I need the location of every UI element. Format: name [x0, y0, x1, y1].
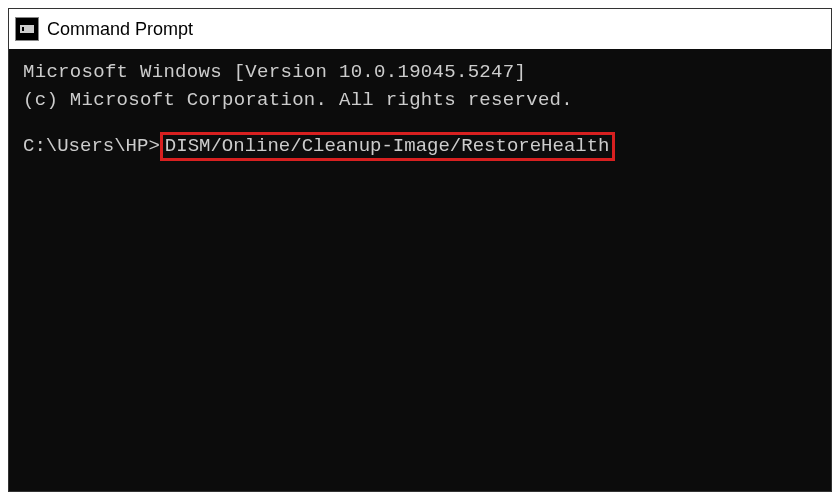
command-prompt-icon: [15, 17, 39, 41]
terminal-output[interactable]: Microsoft Windows [Version 10.0.19045.52…: [9, 49, 831, 491]
prompt-path: C:\Users\HP>: [23, 133, 160, 161]
window-title: Command Prompt: [47, 19, 193, 40]
copyright-line: (c) Microsoft Corporation. All rights re…: [23, 87, 817, 115]
version-line: Microsoft Windows [Version 10.0.19045.52…: [23, 59, 817, 87]
prompt-line: C:\Users\HP>DISM/Online/Cleanup-Image/Re…: [23, 132, 817, 161]
highlighted-command: DISM/Online/Cleanup-Image/RestoreHealth: [160, 132, 615, 161]
command-prompt-window: Command Prompt Microsoft Windows [Versio…: [8, 8, 832, 492]
title-bar[interactable]: Command Prompt: [9, 9, 831, 49]
